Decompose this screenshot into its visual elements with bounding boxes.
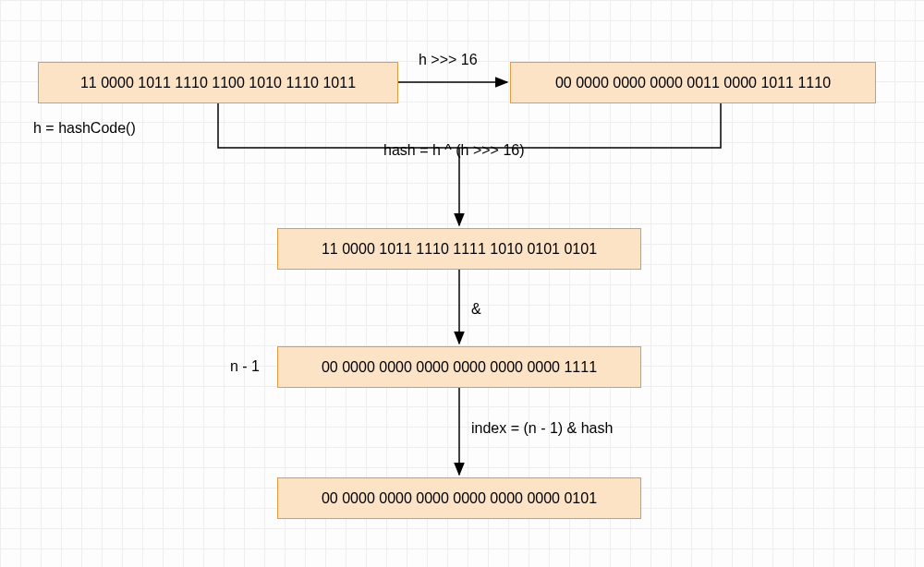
box-hashcode-text: 11 0000 1011 1110 1100 1010 1110 1011 [80,75,356,91]
box-hash-text: 11 0000 1011 1110 1111 1010 0101 0101 [322,241,597,258]
box-hash: 11 0000 1011 1110 1111 1010 0101 0101 [277,228,641,270]
box-index: 00 0000 0000 0000 0000 0000 0000 0101 [277,477,641,519]
label-h-hashcode: h = hashCode() [33,120,136,137]
label-hash-xor: hash = h ^ (h >>> 16) [383,142,525,159]
box-shifted: 00 0000 0000 0000 0011 0000 1011 1110 [510,62,876,103]
box-shifted-text: 00 0000 0000 0000 0011 0000 1011 1110 [555,75,831,91]
box-nminus1: 00 0000 0000 0000 0000 0000 0000 1111 [277,346,641,388]
box-hashcode: 11 0000 1011 1110 1100 1010 1110 1011 [38,62,398,103]
label-ampersand: & [471,301,481,318]
arrow-combine-to-hash [218,103,721,148]
box-nminus1-text: 00 0000 0000 0000 0000 0000 0000 1111 [322,359,597,376]
label-nminus1: n - 1 [230,358,260,375]
box-index-text: 00 0000 0000 0000 0000 0000 0000 0101 [322,490,597,507]
label-index-formula: index = (n - 1) & hash [471,420,613,437]
label-h-shift: h >>> 16 [419,52,478,68]
